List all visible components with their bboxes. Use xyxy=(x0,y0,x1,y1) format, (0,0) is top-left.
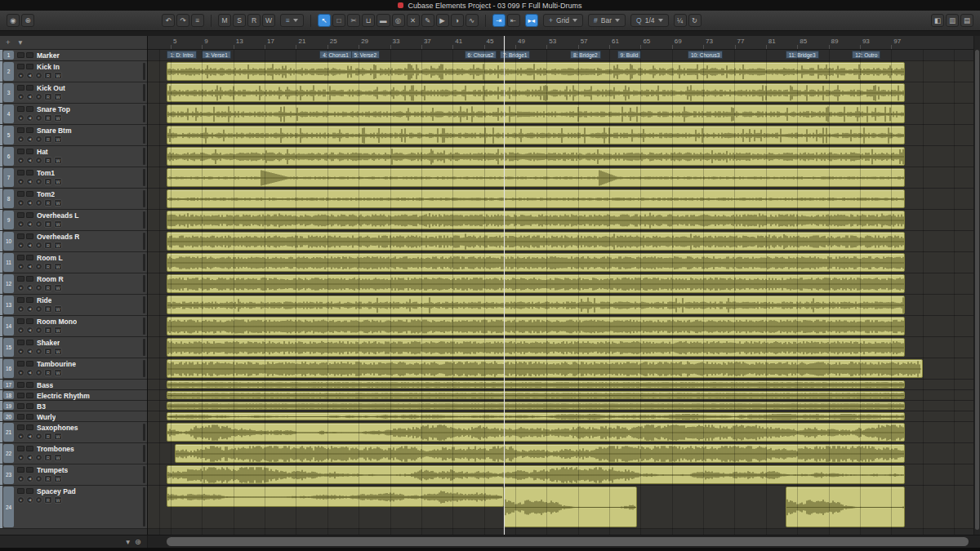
edit-channel-button[interactable]: e xyxy=(35,348,42,355)
track-mute-button[interactable] xyxy=(17,393,24,398)
record-arm-button[interactable]: ● xyxy=(17,369,24,376)
track-solo-button[interactable] xyxy=(26,106,33,112)
read-automation-button[interactable]: R xyxy=(44,284,52,291)
draw-tool[interactable]: ✎ xyxy=(421,14,434,27)
marker-item[interactable]: 4: Chorus1 xyxy=(319,51,352,59)
monitor-button[interactable]: ◀ xyxy=(26,93,33,100)
audio-clip[interactable] xyxy=(167,295,905,314)
read-automation-button[interactable]: R xyxy=(44,199,52,207)
right-zone-toggle-button[interactable]: ▤ xyxy=(960,14,973,27)
read-automation-button[interactable]: R xyxy=(44,178,52,185)
audio-clip[interactable] xyxy=(167,402,905,410)
record-arm-button[interactable]: ● xyxy=(17,199,24,207)
settings-gear-icon[interactable]: ⊛ xyxy=(135,538,141,546)
track-list-options-button[interactable]: ▾ xyxy=(19,38,23,47)
track-row-room-r[interactable]: 12Room R●◀eRW xyxy=(0,273,147,295)
track-row-room-mono[interactable]: 14Room Mono●◀eRW xyxy=(0,316,147,337)
marker-item[interactable]: 3: Verse1 xyxy=(202,51,230,59)
suspend-autoscroll-button[interactable]: ⇤ xyxy=(507,14,520,27)
audio-clip[interactable] xyxy=(167,232,905,251)
zoom-preset-button[interactable]: ▾ xyxy=(126,538,130,546)
record-arm-button[interactable]: ● xyxy=(17,284,24,291)
edit-channel-button[interactable]: e xyxy=(35,475,42,482)
marker-item[interactable]: 8: Bridge2 xyxy=(570,51,601,59)
mute-tool[interactable]: ✕ xyxy=(407,14,420,27)
audio-clip[interactable] xyxy=(167,412,905,420)
left-zone-toggle-button[interactable]: ◧ xyxy=(931,14,944,27)
record-arm-button[interactable]: ● xyxy=(17,496,24,504)
track-mute-button[interactable] xyxy=(17,340,24,345)
track-mute-button[interactable] xyxy=(17,488,24,494)
track-row-tom2[interactable]: 8Tom2●◀eRW xyxy=(0,189,147,210)
marker-item[interactable]: 6: Chorus2 xyxy=(465,51,497,59)
edit-channel-button[interactable]: e xyxy=(35,136,42,143)
track-mute-button[interactable] xyxy=(17,52,24,58)
audio-clip[interactable] xyxy=(167,338,905,357)
glue-tool[interactable]: ⊔ xyxy=(362,14,375,27)
horizontal-scrollbar[interactable] xyxy=(148,535,973,548)
timeline-ruler[interactable]: 5913172125293337414549535761656973778185… xyxy=(148,36,973,50)
track-solo-button[interactable] xyxy=(26,52,33,58)
edit-channel-button[interactable]: e xyxy=(35,178,42,185)
track-mute-button[interactable] xyxy=(17,127,24,133)
track-row-ride[interactable]: 13Ride●◀eRW xyxy=(0,295,147,316)
autoscroll-button[interactable]: ⇥ xyxy=(492,14,506,27)
track-solo-button[interactable] xyxy=(26,233,33,239)
write-automation-button[interactable]: W xyxy=(54,433,62,440)
write-all-button[interactable]: W xyxy=(262,14,275,27)
monitor-button[interactable]: ◀ xyxy=(26,199,33,207)
track-mute-button[interactable] xyxy=(17,403,24,409)
write-automation-button[interactable]: W xyxy=(54,242,62,249)
track-solo-button[interactable] xyxy=(26,382,33,388)
track-row-shaker[interactable]: 15Shaker●◀eRW xyxy=(0,337,147,358)
track-row-trombones[interactable]: 22Trombones●◀eRW xyxy=(0,443,147,464)
audio-clip[interactable] xyxy=(167,147,905,166)
track-mute-button[interactable] xyxy=(17,255,24,260)
track-solo-button[interactable] xyxy=(26,318,33,324)
edit-channel-button[interactable]: e xyxy=(35,93,42,100)
track-row-b3[interactable]: 19B3 xyxy=(0,401,147,411)
monitor-button[interactable]: ◀ xyxy=(26,242,33,249)
track-solo-button[interactable] xyxy=(26,297,33,303)
write-automation-button[interactable]: W xyxy=(54,454,62,461)
read-automation-button[interactable]: R xyxy=(44,433,52,440)
track-mute-button[interactable] xyxy=(17,414,24,420)
track-solo-button[interactable] xyxy=(26,403,33,409)
read-automation-button[interactable]: R xyxy=(44,220,52,228)
solo-all-button[interactable]: S xyxy=(233,14,246,27)
audio-clip[interactable] xyxy=(167,189,905,208)
monitor-button[interactable]: ◀ xyxy=(26,475,33,482)
track-solo-button[interactable] xyxy=(26,488,33,494)
read-automation-button[interactable]: R xyxy=(44,327,52,334)
snap-type-dropdown[interactable]: + Grid xyxy=(543,14,583,27)
track-solo-button[interactable] xyxy=(26,212,33,218)
add-track-button[interactable]: + xyxy=(6,38,11,47)
record-arm-button[interactable]: ● xyxy=(17,433,24,440)
record-arm-button[interactable]: ● xyxy=(17,136,24,143)
track-mute-button[interactable] xyxy=(17,149,24,154)
read-automation-button[interactable]: R xyxy=(44,114,52,122)
track-solo-button[interactable] xyxy=(26,393,33,398)
track-row-tambourine[interactable]: 16Tambourine●◀eRW xyxy=(0,358,147,380)
snap-toggle-button[interactable]: ▸◂ xyxy=(525,14,539,27)
audio-clip[interactable] xyxy=(167,380,905,389)
marker-item[interactable]: 9: Build xyxy=(617,51,642,59)
marker-item[interactable]: 11: Bridge3 xyxy=(786,51,819,59)
audio-clip[interactable] xyxy=(167,423,905,442)
marker-item[interactable]: 5: Verse2 xyxy=(351,51,380,59)
color-tool[interactable]: ◑ xyxy=(451,14,464,27)
audio-clip[interactable] xyxy=(504,487,637,527)
edit-channel-button[interactable]: e xyxy=(35,114,42,122)
write-automation-button[interactable]: W xyxy=(54,305,62,313)
read-automation-button[interactable]: R xyxy=(44,369,52,376)
track-mute-button[interactable] xyxy=(17,318,24,324)
track-solo-button[interactable] xyxy=(26,149,33,154)
track-row-overheads-l[interactable]: 9Overheads L●◀eRW xyxy=(0,210,147,231)
track-mute-button[interactable] xyxy=(17,361,24,367)
audio-clip[interactable] xyxy=(167,126,905,144)
track-solo-button[interactable] xyxy=(26,127,33,133)
read-automation-button[interactable]: R xyxy=(44,305,52,313)
track-mute-button[interactable] xyxy=(17,191,24,197)
record-arm-button[interactable]: ● xyxy=(17,220,24,228)
track-mute-button[interactable] xyxy=(17,382,24,388)
